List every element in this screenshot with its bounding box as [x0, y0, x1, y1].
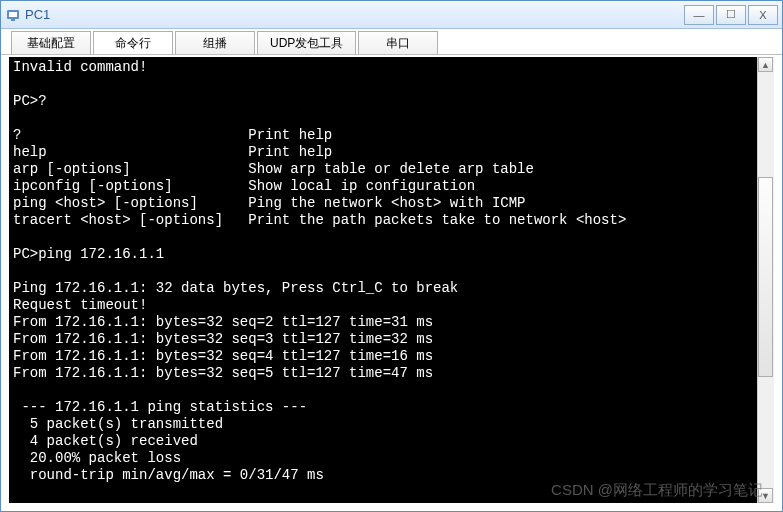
scrollbar[interactable]: ▲ ▼	[757, 57, 774, 503]
window-controls: — ☐ X	[682, 5, 778, 25]
scroll-up-button[interactable]: ▲	[758, 57, 773, 72]
titlebar: PC1 — ☐ X	[1, 1, 782, 29]
scroll-thumb[interactable]	[758, 177, 773, 377]
tabbar: 基础配置 命令行 组播 UDP发包工具 串口	[1, 29, 782, 55]
window-title: PC1	[25, 7, 682, 22]
maximize-button[interactable]: ☐	[716, 5, 746, 25]
tab-udp-tool[interactable]: UDP发包工具	[257, 31, 356, 54]
chevron-down-icon: ▼	[761, 491, 770, 501]
svg-rect-1	[9, 12, 17, 17]
scroll-down-button[interactable]: ▼	[758, 488, 773, 503]
tab-cli[interactable]: 命令行	[93, 31, 173, 54]
svg-rect-2	[11, 19, 15, 21]
terminal[interactable]: Invalid command! PC>? ? Print help help …	[9, 57, 757, 503]
close-button[interactable]: X	[748, 5, 778, 25]
minimize-button[interactable]: —	[684, 5, 714, 25]
terminal-container: Invalid command! PC>? ? Print help help …	[9, 57, 774, 503]
chevron-up-icon: ▲	[761, 60, 770, 70]
app-window: PC1 — ☐ X 基础配置 命令行 组播 UDP发包工具 串口 Invalid…	[0, 0, 783, 512]
tab-basic-config[interactable]: 基础配置	[11, 31, 91, 54]
tab-serial[interactable]: 串口	[358, 31, 438, 54]
app-icon	[5, 7, 21, 23]
tab-multicast[interactable]: 组播	[175, 31, 255, 54]
